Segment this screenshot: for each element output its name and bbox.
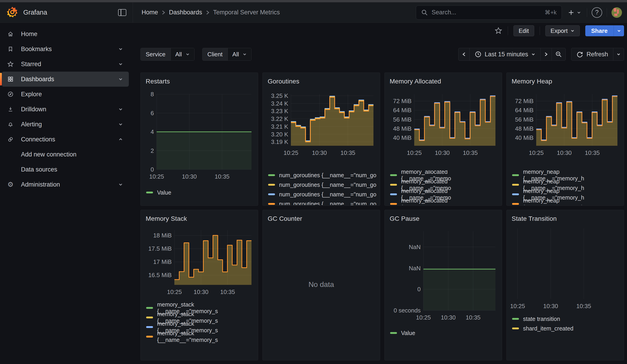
legend-swatch <box>512 203 519 205</box>
legend-item[interactable]: state transition <box>512 314 621 324</box>
sidebar-item-administration[interactable]: ⚙ Administration <box>2 177 129 192</box>
legend-label: state transition <box>523 316 560 322</box>
legend-swatch <box>390 174 397 176</box>
memory-allocated-chart[interactable]: 40 MiB48 MiB56 MiB64 MiB72 MiB10:2510:30… <box>387 88 499 160</box>
export-label: Export <box>551 27 568 34</box>
legend-label: num_goroutines {__name__="num_go <box>279 191 376 198</box>
svg-text:10:30: 10:30 <box>441 314 456 321</box>
search-icon <box>421 9 428 16</box>
panel-title[interactable]: GC Counter <box>268 215 377 222</box>
chevron-down-icon[interactable] <box>118 182 123 187</box>
sidebar-item-connections[interactable]: Connections <box>2 132 129 147</box>
refresh-interval-button[interactable] <box>613 48 624 61</box>
legend-item[interactable]: memory_allocated {__name__="memo <box>390 199 499 205</box>
memory-heap-chart[interactable]: 40 MiB48 MiB56 MiB64 MiB72 MiB10:2510:30… <box>509 88 621 160</box>
sidebar-item-starred[interactable]: Starred <box>2 56 129 72</box>
search-input[interactable]: Search... ⌘+k <box>416 5 562 20</box>
svg-text:10:25: 10:25 <box>167 289 182 295</box>
no-data-message: No data <box>265 222 377 360</box>
refresh-button[interactable]: Refresh <box>571 48 613 61</box>
search-placeholder: Search... <box>432 9 456 16</box>
share-button[interactable]: Share <box>585 25 614 36</box>
sidebar-item-home[interactable]: Home <box>2 26 129 42</box>
chevron-up-icon[interactable] <box>118 137 123 142</box>
sidebar-item-bookmarks[interactable]: Bookmarks <box>2 42 129 56</box>
breadcrumb-home[interactable]: Home <box>142 9 158 16</box>
chevron-left-icon <box>462 52 466 57</box>
svg-text:10:25: 10:25 <box>149 173 164 180</box>
help-icon[interactable]: ? <box>592 7 602 18</box>
legend-item[interactable]: memory_heap {__name__="memory_h <box>512 199 621 205</box>
grafana-logo-icon[interactable] <box>6 6 18 19</box>
chevron-down-icon[interactable] <box>118 107 123 111</box>
time-shift-back-button[interactable] <box>458 48 470 61</box>
share-button-group: Share <box>585 25 624 36</box>
add-button[interactable] <box>566 9 582 16</box>
sidebar-item-add-new-connection[interactable]: Add new connection <box>2 147 129 162</box>
chevron-down-icon[interactable] <box>118 47 123 51</box>
breadcrumb-dashboards[interactable]: Dashboards <box>169 9 202 16</box>
goroutines-chart[interactable]: 3.19 K3.20 K3.21 K3.22 K3.23 K3.24 K3.25… <box>265 88 377 160</box>
chevron-down-icon[interactable] <box>118 62 123 66</box>
legend-item[interactable]: num_goroutines {__name__="num_go <box>268 190 377 199</box>
legend-item[interactable]: num_goroutines {__name__="num_go <box>268 199 377 205</box>
chevron-down-icon[interactable] <box>118 77 123 81</box>
legend-item[interactable]: shard_item_created <box>512 324 621 333</box>
zoom-out-button[interactable] <box>552 48 566 61</box>
panel-title[interactable]: Memory Stack <box>146 215 255 222</box>
time-range-picker[interactable]: Last 15 minutes <box>470 48 541 61</box>
svg-text:2: 2 <box>151 147 154 154</box>
service-filter-value[interactable]: All <box>170 48 194 60</box>
legend-swatch <box>268 174 275 176</box>
restarts-chart[interactable]: 0246810:2510:3010:35 <box>143 88 255 184</box>
legend-label: memory_allocated {__name__="memo <box>401 197 499 205</box>
svg-text:10:30: 10:30 <box>312 149 327 156</box>
svg-text:10:25: 10:25 <box>283 149 298 156</box>
svg-text:10:35: 10:35 <box>463 149 478 156</box>
sidebar-item-drilldown[interactable]: Drilldown <box>2 102 129 117</box>
sidebar-toggle-icon[interactable] <box>118 9 126 16</box>
sidebar-item-data-sources[interactable]: Data sources <box>2 162 129 177</box>
legend-item[interactable]: num_goroutines {__name__="num_go <box>268 170 377 180</box>
panel-title[interactable]: State Transition <box>512 215 621 222</box>
svg-text:40 MiB: 40 MiB <box>393 134 412 141</box>
state-transition-chart[interactable]: 10:2510:3010:35 <box>509 226 621 310</box>
sidebar-item-label: Starred <box>21 61 41 68</box>
legend-item[interactable]: Value <box>390 328 499 338</box>
legend-swatch <box>146 326 153 328</box>
divider <box>587 8 587 17</box>
share-caret-button[interactable] <box>614 25 624 36</box>
chevron-down-icon[interactable] <box>118 122 123 127</box>
star-dashboard-button[interactable] <box>495 27 502 35</box>
legend-swatch <box>268 193 275 195</box>
service-filter[interactable]: Service All <box>140 48 195 61</box>
svg-text:3.22 K: 3.22 K <box>271 115 288 122</box>
panel-title[interactable]: GC Pause <box>390 215 499 222</box>
panel-title[interactable]: Memory Heap <box>512 78 621 85</box>
refresh-group: Refresh <box>571 48 624 61</box>
panel-title[interactable]: Memory Allocated <box>390 78 499 85</box>
panel-title[interactable]: Restarts <box>146 78 255 85</box>
client-filter[interactable]: Client All <box>202 48 252 61</box>
svg-text:0 seconds: 0 seconds <box>394 307 421 314</box>
memory-stack-chart[interactable]: 16.5 MiB17 MiB17.5 MiB18 MiB10:2510:3010… <box>143 226 255 299</box>
gc-pause-chart[interactable]: 0 seconds0NaNNaN10:2510:3010:35 <box>387 226 499 324</box>
user-avatar[interactable] <box>612 7 622 18</box>
client-filter-selected: All <box>232 51 239 58</box>
sidebar-item-alerting[interactable]: Alerting <box>2 117 129 132</box>
chevron-down-icon <box>617 52 621 56</box>
client-filter-value[interactable]: All <box>228 48 251 60</box>
legend-item[interactable]: num_goroutines {__name__="num_go <box>268 180 377 190</box>
panel-title[interactable]: Goroutines <box>268 78 377 85</box>
sidebar-item-explore[interactable]: Explore <box>2 87 129 102</box>
panel-memory-allocated: Memory Allocated 40 MiB48 MiB56 MiB64 Mi… <box>384 73 502 206</box>
time-shift-forward-button[interactable] <box>540 48 552 61</box>
sidebar-item-label: Dashboards <box>21 76 54 83</box>
legend-item[interactable]: memory_stack {__name__="memory_s <box>146 332 255 341</box>
sidebar-item-dashboards[interactable]: Dashboards <box>2 72 129 87</box>
legend-item[interactable]: Value <box>146 188 255 197</box>
export-button[interactable]: Export <box>545 25 580 36</box>
dashboard-main: Edit Export Share Service All Client <box>133 23 627 364</box>
svg-text:48 MiB: 48 MiB <box>393 125 412 132</box>
edit-button[interactable]: Edit <box>514 25 534 36</box>
